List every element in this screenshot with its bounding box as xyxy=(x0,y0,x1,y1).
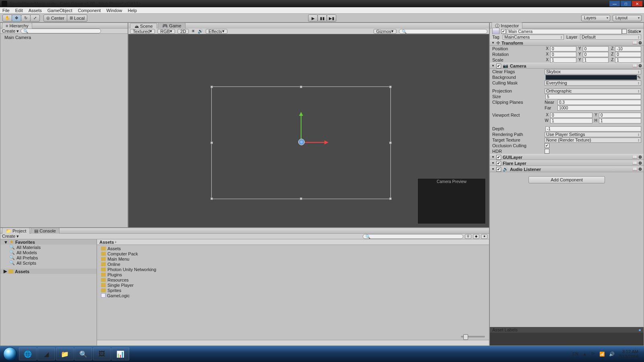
hierarchy-search-input[interactable]: 🔍 xyxy=(21,29,101,33)
project-tab[interactable]: 📁 Project xyxy=(2,228,30,234)
hand-tool-button[interactable]: ✋ xyxy=(2,14,12,22)
project-search-input[interactable]: 🔍 xyxy=(363,234,463,239)
fav-all-models[interactable]: 🔍All Models xyxy=(0,250,97,255)
object-name-field[interactable]: Main Camera xyxy=(507,29,622,34)
handle-icon[interactable] xyxy=(211,142,213,144)
layer-dropdown[interactable]: Default xyxy=(580,35,641,40)
audiolistener-component-header[interactable]: ▼✔🔊 Audio Listener📖 ⚙ xyxy=(490,166,644,172)
pause-button[interactable]: ▮▮ xyxy=(318,14,327,22)
play-button[interactable]: ▶ xyxy=(308,14,318,22)
gear-icon[interactable]: 📖 ⚙ xyxy=(632,41,642,45)
add-component-button[interactable]: Add Component xyxy=(528,176,605,183)
save-search-button[interactable]: ★ xyxy=(481,234,487,239)
folder-item[interactable]: Single Player xyxy=(98,282,488,288)
vp-h-field[interactable]: 1 xyxy=(599,118,641,123)
lighting-icon[interactable]: ☀ xyxy=(191,29,195,34)
folder-item[interactable]: Online xyxy=(98,261,488,267)
folder-item[interactable]: Plugins xyxy=(98,272,488,277)
task-unity[interactable]: ◢ xyxy=(37,348,55,360)
handle-icon[interactable] xyxy=(211,86,213,88)
layout-dropdown[interactable]: Layout xyxy=(613,15,642,21)
gear-icon[interactable]: 📖 ⚙ xyxy=(632,161,642,165)
menu-window[interactable]: Window xyxy=(106,8,122,13)
menu-edit[interactable]: Edit xyxy=(15,8,23,13)
console-tab[interactable]: ▤ Console xyxy=(31,228,59,234)
vp-y-field[interactable]: 0 xyxy=(599,113,641,118)
transform-component-header[interactable]: ▼⊹ Transform📖 ⚙ xyxy=(490,40,644,46)
tray-network-icon[interactable]: 📶 xyxy=(599,352,605,357)
gear-icon[interactable]: 📖 ⚙ xyxy=(632,167,642,171)
hierarchy-item-main-camera[interactable]: Main Camera xyxy=(1,35,127,40)
tag-dropdown[interactable]: MainCamera xyxy=(503,35,564,40)
gizmos-dropdown[interactable]: Gizmos ▾ xyxy=(374,29,396,34)
folder-item[interactable]: Resources xyxy=(98,277,488,282)
language-indicator[interactable]: EN xyxy=(572,352,578,356)
flarelayer-enabled-checkbox[interactable]: ✔ xyxy=(496,161,501,166)
move-tool-button[interactable]: ✥ xyxy=(12,14,21,22)
pos-y-field[interactable]: 0 xyxy=(583,46,609,51)
scene-search-input[interactable]: 🔍 xyxy=(399,29,487,34)
rot-z-field[interactable]: 0 xyxy=(615,52,641,57)
maximize-button[interactable]: □ xyxy=(621,1,631,6)
clear-flags-dropdown[interactable]: Skybox xyxy=(545,69,641,74)
effects-dropdown[interactable]: Effects ▾ xyxy=(206,29,227,34)
handle-icon[interactable] xyxy=(389,197,392,200)
project-create-button[interactable]: Create ▾ xyxy=(2,234,19,239)
flarelayer-component-header[interactable]: ▼✔ Flare Layer📖 ⚙ xyxy=(490,160,644,166)
handle-icon[interactable] xyxy=(300,197,302,200)
scene-view[interactable]: Camera Preview xyxy=(128,34,489,227)
audio-icon[interactable]: 🔊 xyxy=(198,29,203,34)
rgb-dropdown[interactable]: RGB ▾ xyxy=(157,29,175,34)
tray-icon[interactable]: ▲ xyxy=(582,352,587,356)
handle-icon[interactable] xyxy=(389,86,392,88)
menu-gameobject[interactable]: GameObject xyxy=(47,8,72,13)
gear-icon[interactable]: 📖 ⚙ xyxy=(632,64,642,68)
hdr-checkbox[interactable] xyxy=(545,149,549,154)
step-button[interactable]: ▶▮ xyxy=(327,14,336,22)
2d-toggle[interactable]: 2D xyxy=(178,29,189,34)
near-field[interactable]: 0.3 xyxy=(557,100,641,105)
favorites-header[interactable]: ▼★Favorites xyxy=(0,239,97,245)
background-color-field[interactable] xyxy=(545,75,637,80)
pos-x-field[interactable]: 0 xyxy=(550,46,576,51)
layers-dropdown[interactable]: Layers xyxy=(581,15,610,21)
folder-item[interactable]: Photon Unity Networking xyxy=(98,267,488,272)
close-button[interactable]: ✕ xyxy=(632,1,642,6)
fav-all-materials[interactable]: 🔍All Materials xyxy=(0,245,97,250)
asset-labels-icon[interactable]: ● xyxy=(638,327,641,332)
camera-enabled-checkbox[interactable]: ✔ xyxy=(496,64,501,68)
tray-volume-icon[interactable]: 🔊 xyxy=(609,352,615,357)
hierarchy-tab[interactable]: ≡ Hierarchy xyxy=(2,23,32,29)
icon-size-slider[interactable] xyxy=(461,336,485,337)
audiolistener-enabled-checkbox[interactable]: ✔ xyxy=(496,167,501,172)
fav-all-prefabs[interactable]: 🔍All Prefabs xyxy=(0,255,97,260)
pivot-center-button[interactable]: ◎ Center xyxy=(43,14,67,22)
menu-help[interactable]: Help xyxy=(128,8,137,13)
guilayer-component-header[interactable]: ▼✔ GUILayer📖 ⚙ xyxy=(490,154,644,160)
camera-gizmo-icon[interactable] xyxy=(298,139,305,145)
taskbar-clock[interactable]: 3:12 AM 7/13/2014 xyxy=(619,349,638,359)
folder-item[interactable]: Computer Pack xyxy=(98,251,488,256)
fav-all-scripts[interactable]: 🔍All Scripts xyxy=(0,260,97,265)
project-breadcrumb[interactable]: Assets › xyxy=(97,239,489,245)
pivot-local-button[interactable]: ⊞ Local xyxy=(67,14,87,22)
scale-tool-button[interactable]: ⤢ xyxy=(30,14,40,22)
scl-x-field[interactable]: 1 xyxy=(550,58,576,63)
task-app3[interactable]: 📊 xyxy=(111,348,129,360)
handle-icon[interactable] xyxy=(389,142,392,144)
game-tab[interactable]: 🎮 Game xyxy=(158,23,186,29)
handle-icon[interactable] xyxy=(300,86,302,88)
gear-icon[interactable]: 📖 ⚙ xyxy=(632,155,642,159)
task-chrome[interactable]: 🌐 xyxy=(19,348,37,360)
folder-item[interactable]: Sprites xyxy=(98,288,488,293)
start-button[interactable] xyxy=(2,347,19,361)
vp-w-field[interactable]: 1 xyxy=(550,118,592,123)
menu-file[interactable]: File xyxy=(2,8,10,13)
guilayer-enabled-checkbox[interactable]: ✔ xyxy=(496,155,501,160)
script-item[interactable]: GameLogic xyxy=(98,293,488,298)
folder-item[interactable]: Main Menu xyxy=(98,256,488,261)
menu-component[interactable]: Component xyxy=(78,8,101,13)
culling-mask-dropdown[interactable]: Everything xyxy=(545,80,641,86)
task-app2[interactable]: 🖼 xyxy=(93,348,111,360)
tray-flag-icon[interactable]: 🏳 xyxy=(591,352,595,356)
